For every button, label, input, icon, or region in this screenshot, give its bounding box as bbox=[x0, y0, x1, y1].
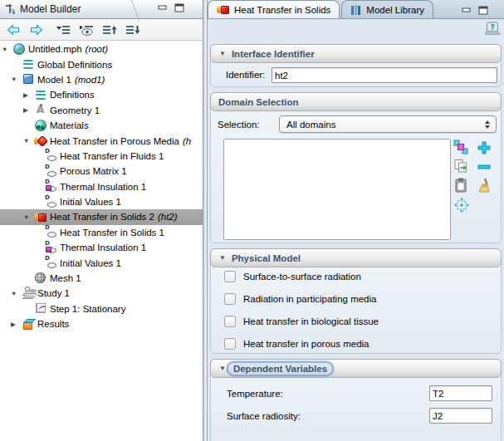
tree-item[interactable]: Thermal Insulation 1 bbox=[0, 240, 203, 255]
materials-icon bbox=[34, 120, 48, 132]
tree-item-tag: (ht2) bbox=[158, 212, 178, 222]
show-options-icon[interactable] bbox=[78, 22, 95, 37]
move-down-icon[interactable] bbox=[125, 22, 141, 37]
section-collapse-icon[interactable]: ▼ bbox=[219, 254, 226, 262]
boundary-feature-icon bbox=[44, 242, 58, 254]
comsol-window: Model Builder ▼ bbox=[0, 0, 504, 441]
disclosure-triangle-icon[interactable]: ▶ bbox=[23, 106, 34, 114]
section-dependent-variables: ▼ Dependent Variables Temperature: Surfa… bbox=[210, 359, 502, 441]
tree-item-label: Results bbox=[37, 319, 69, 329]
tab-edge bbox=[117, 0, 140, 22]
physical-model-option: Heat transfer in porous media bbox=[211, 332, 501, 355]
domain-feature-icon bbox=[44, 196, 58, 208]
copy-icon[interactable] bbox=[453, 158, 471, 176]
model-builder-tree-icon bbox=[4, 3, 16, 15]
tree-item-label: Untitled.mph bbox=[28, 44, 82, 54]
remove-icon[interactable] bbox=[475, 158, 493, 176]
section-title: Dependent Variables bbox=[228, 363, 332, 375]
model-builder-header: Model Builder bbox=[0, 0, 203, 19]
tab-model-library[interactable]: Model Library bbox=[341, 0, 433, 18]
tab-heat-transfer-in-solids[interactable]: Heat Transfer in Solids bbox=[208, 0, 340, 18]
section-interface-identifier: ▼ Interface Identifier Identifier: bbox=[210, 44, 502, 87]
physics-solid-icon bbox=[34, 211, 48, 223]
definitions-icon bbox=[34, 89, 48, 101]
tree-item[interactable]: Materials bbox=[0, 118, 203, 133]
surface-radiosity-input[interactable] bbox=[429, 408, 492, 424]
tree-item[interactable]: ▶ Geometry 1 bbox=[0, 103, 203, 118]
temperature-label: Temperature: bbox=[227, 389, 283, 399]
heat-transfer-solids-icon bbox=[217, 3, 230, 16]
tree-item[interactable]: Heat Transfer in Fluids 1 bbox=[0, 149, 203, 164]
tree-item-label: Heat Transfer in Solids 2 bbox=[50, 212, 154, 222]
minimize-icon[interactable] bbox=[462, 3, 472, 18]
surface-radiosity-label: Surface radiosity: bbox=[227, 411, 301, 421]
paste-icon[interactable] bbox=[453, 177, 471, 195]
tree-item-label: Heat Transfer in Fluids 1 bbox=[60, 151, 164, 161]
maximize-icon[interactable] bbox=[174, 3, 184, 15]
tree-item[interactable]: ▼ Heat Transfer in Solids 2 (ht2) bbox=[0, 209, 203, 224]
add-icon[interactable] bbox=[475, 139, 493, 157]
tree-item-label: Step 1: Stationary bbox=[50, 304, 125, 314]
maximize-icon[interactable] bbox=[478, 3, 488, 18]
settings-tabbar: Heat Transfer in Solids Model Library bbox=[208, 0, 504, 19]
tree-item-tag: (root) bbox=[86, 44, 108, 54]
model-builder-panel: Model Builder ▼ bbox=[0, 0, 203, 441]
study-icon bbox=[22, 287, 36, 300]
domain-list[interactable] bbox=[223, 139, 451, 240]
section-collapse-icon[interactable]: ▼ bbox=[219, 50, 226, 57]
checkbox[interactable] bbox=[224, 338, 236, 350]
collapse-all-icon[interactable] bbox=[55, 22, 71, 37]
section-header[interactable]: ▼ Dependent Variables bbox=[210, 359, 502, 378]
tree-item[interactable]: ▼ Study 1 bbox=[0, 286, 203, 301]
tree-item-label: Initial Values 1 bbox=[60, 258, 121, 268]
tree-item[interactable]: Heat Transfer in Solids 1 bbox=[0, 225, 203, 240]
back-icon[interactable] bbox=[5, 22, 22, 37]
tree-item[interactable]: ▼ Untitled.mph (root) bbox=[0, 42, 203, 56]
checkbox-label: Heat transfer in porous media bbox=[243, 339, 369, 349]
checkbox[interactable] bbox=[224, 316, 236, 327]
dropdown-stepper-icon bbox=[481, 120, 494, 129]
zoom-to-selection-icon[interactable] bbox=[453, 196, 471, 214]
disclosure-triangle-icon[interactable]: ▶ bbox=[23, 91, 34, 99]
section-header[interactable]: ▼ Interface Identifier bbox=[210, 44, 502, 63]
forward-icon[interactable] bbox=[28, 22, 45, 37]
tree-item[interactable]: ▼ Heat Transfer in Porous Media (h bbox=[0, 133, 203, 148]
move-up-icon[interactable] bbox=[101, 22, 118, 37]
disclosure-triangle-icon[interactable]: ▼ bbox=[11, 76, 22, 83]
tree-item[interactable]: ▶ Definitions bbox=[0, 87, 203, 102]
disclosure-triangle-icon[interactable]: ▼ bbox=[23, 137, 34, 145]
minimize-icon[interactable] bbox=[158, 3, 168, 15]
tree-item[interactable]: Global Definitions bbox=[0, 56, 203, 71]
tree-item-tag: (h bbox=[183, 136, 191, 146]
tree-item[interactable]: ▼ Model 1 (mod1) bbox=[0, 72, 203, 87]
tree-item[interactable]: Initial Values 1 bbox=[0, 255, 203, 270]
clear-icon[interactable] bbox=[475, 177, 493, 195]
section-title: Physical Model bbox=[232, 253, 301, 263]
disclosure-triangle-icon[interactable]: ▼ bbox=[2, 46, 12, 53]
tree-item[interactable]: Thermal Insulation 1 bbox=[0, 179, 203, 194]
temperature-input[interactable] bbox=[429, 385, 492, 401]
checkbox[interactable] bbox=[224, 293, 236, 305]
tree-item-label: Heat Transfer in Porous Media bbox=[50, 136, 179, 146]
tree-item-label: Global Definitions bbox=[37, 60, 112, 70]
tree-item[interactable]: Initial Values 1 bbox=[0, 194, 203, 209]
identifier-input[interactable] bbox=[272, 67, 497, 83]
checkbox[interactable] bbox=[224, 271, 236, 282]
tree-item[interactable]: Porous Matrix 1 bbox=[0, 164, 203, 179]
tree-item-label: Definitions bbox=[50, 90, 95, 100]
disclosure-triangle-icon[interactable]: ▶ bbox=[11, 321, 22, 328]
tree-item[interactable]: ▶ Results bbox=[0, 316, 203, 331]
svg-text:?: ? bbox=[490, 23, 494, 32]
model-icon bbox=[22, 73, 36, 86]
create-selection-icon[interactable] bbox=[453, 139, 471, 157]
physics-porous-icon bbox=[34, 135, 48, 147]
selection-dropdown[interactable]: All domains bbox=[279, 115, 497, 133]
tree-item[interactable]: Step 1: Stationary bbox=[0, 301, 203, 316]
section-collapse-icon[interactable]: ▼ bbox=[219, 365, 226, 372]
help-icon[interactable]: ? bbox=[485, 22, 501, 39]
disclosure-triangle-icon[interactable]: ▼ bbox=[23, 213, 34, 221]
tree-item[interactable]: Mesh 1 bbox=[0, 271, 203, 286]
checkbox-label: Radiation in participating media bbox=[243, 294, 376, 304]
model-tree: ▼ Untitled.mph (root) Global Definitions… bbox=[0, 42, 203, 441]
disclosure-triangle-icon[interactable]: ▼ bbox=[11, 290, 22, 297]
